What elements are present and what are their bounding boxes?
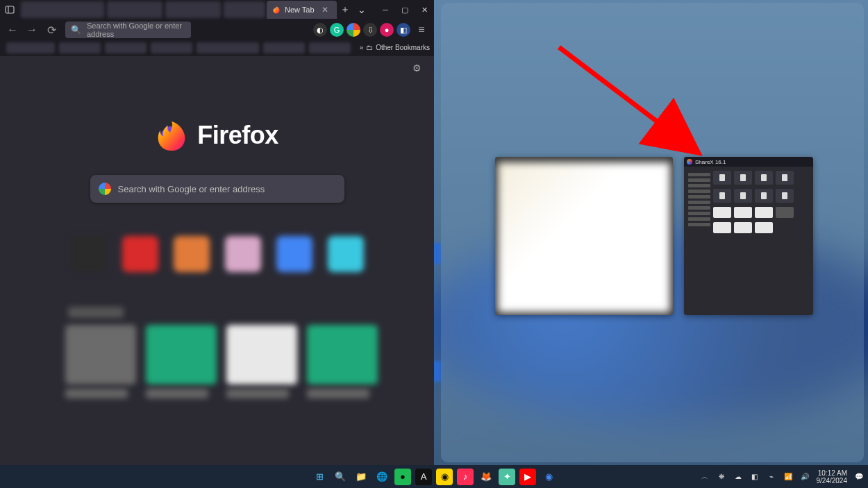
taskbar-music-icon[interactable]: ♪ (457, 469, 474, 485)
taskbar: ⊞🔍📁🌐●A◉♪🦊✦▶◉ ︿ ❋ ☁ ◧ ⌁ 📶 🔊 10:12 AM 9/24… (0, 465, 868, 488)
top-site-tile[interactable] (174, 236, 210, 272)
bookmark-item[interactable] (59, 42, 101, 53)
wallpaper-stripe (434, 243, 441, 264)
brand-text: Firefox (197, 121, 278, 150)
card-caption (226, 389, 289, 398)
taskbar-explorer-icon[interactable]: 📁 (353, 469, 369, 485)
background-tab[interactable] (224, 1, 265, 18)
sharex-icon (687, 159, 692, 165)
ext-grammarly[interactable]: G (330, 23, 344, 37)
taskbar-app-s-icon[interactable]: ✦ (499, 469, 515, 485)
taskbar-app-a-icon[interactable]: A (415, 469, 432, 485)
homepage-search-input[interactable]: Search with Google or enter address (90, 175, 344, 203)
sidebar-toggle-icon[interactable] (0, 0, 19, 19)
background-tab[interactable] (165, 1, 221, 18)
taskbar-youtube-icon[interactable]: ▶ (519, 469, 536, 485)
card-caption (146, 389, 208, 398)
svg-rect-0 (6, 6, 14, 13)
taskbar-app-y-icon[interactable]: ◉ (436, 469, 453, 485)
top-site-tile[interactable] (71, 236, 107, 272)
clock-time: 10:12 AM (817, 469, 848, 477)
homepage-search-placeholder: Search with Google or enter address (118, 184, 265, 194)
taskbar-edge-icon[interactable]: 🌐 (374, 469, 390, 485)
customize-gear-icon[interactable]: ⚙ (412, 62, 422, 74)
new-tab-button[interactable]: ＋ (337, 3, 353, 16)
system-tray: ︿ ❋ ☁ ◧ ⌁ 📶 🔊 10:12 AM 9/24/2024 💬 (700, 469, 865, 485)
recommended-card[interactable] (146, 325, 217, 385)
snap-thumbnail[interactable] (495, 157, 673, 315)
desktop-right-half: ShareX 16.1 (434, 0, 868, 465)
app-menu-button[interactable]: ≡ (413, 22, 430, 38)
bookmark-item[interactable] (309, 42, 351, 53)
tray-chevron-icon[interactable]: ︿ (700, 472, 710, 482)
recommended-card[interactable] (226, 325, 297, 385)
recommended-card[interactable] (307, 325, 378, 385)
card-caption (307, 389, 369, 398)
ext-pocket[interactable]: ⇩ (363, 23, 377, 37)
firefox-favicon-icon (272, 6, 281, 14)
ext-1[interactable]: ◐ (313, 23, 327, 37)
taskbar-clock[interactable]: 10:12 AM 9/24/2024 (817, 469, 848, 485)
tabstrip: New Tab ✕ ＋ ⌄ (19, 0, 376, 19)
recommended-cards (65, 325, 434, 398)
thumb-titlebar: ShareX 16.1 (684, 157, 813, 167)
wallpaper-stripe (434, 361, 441, 382)
address-bar[interactable]: 🔍 Search with Google or enter address (65, 22, 191, 38)
back-button[interactable]: ← (4, 22, 21, 38)
section-heading (68, 307, 124, 318)
bookmark-item[interactable] (263, 42, 305, 53)
other-bookmarks-button[interactable]: Other Bookmarks (376, 44, 430, 51)
ext-6[interactable]: ◧ (397, 23, 410, 37)
tab-close-icon[interactable]: ✕ (319, 5, 331, 15)
tray-wifi-icon[interactable]: 📶 (783, 472, 793, 482)
firefox-logo-icon (156, 119, 187, 151)
minimize-button[interactable]: ─ (376, 0, 395, 19)
maximize-button[interactable]: ▢ (395, 0, 415, 19)
top-site-tile[interactable] (276, 236, 312, 272)
top-site-tile[interactable] (328, 236, 364, 272)
bookmarks-overflow-icon[interactable]: » (360, 44, 364, 51)
reload-button[interactable]: ⟳ (43, 22, 60, 38)
taskbar-center: ⊞🔍📁🌐●A◉♪🦊✦▶◉ (311, 469, 557, 485)
tabs-dropdown-icon[interactable]: ⌄ (353, 4, 370, 15)
taskbar-spotify-icon[interactable]: ● (394, 469, 411, 485)
clock-date: 9/24/2024 (817, 477, 848, 485)
search-icon: 🔍 (71, 25, 81, 35)
top-sites-row (71, 236, 364, 272)
active-tab[interactable]: New Tab ✕ (267, 1, 337, 19)
card-caption (65, 389, 128, 398)
titlebar: New Tab ✕ ＋ ⌄ ─ ▢ ✕ (0, 0, 434, 19)
background-tab[interactable] (107, 1, 162, 18)
tray-onedrive-icon[interactable]: ☁ (733, 472, 743, 482)
tray-volume-icon[interactable]: 🔊 (800, 472, 810, 482)
taskbar-start-icon[interactable]: ⊞ (311, 469, 328, 485)
top-site-tile[interactable] (225, 236, 261, 272)
bookmarks-toolbar: » 🗀 Other Bookmarks (0, 40, 434, 56)
background-tab[interactable] (21, 1, 104, 18)
forward-button[interactable]: → (24, 22, 40, 38)
newtab-content: ⚙ Firefox Search with Google or enter ad… (0, 56, 434, 465)
tray-network-icon[interactable]: ⌁ (767, 472, 776, 482)
address-placeholder: Search with Google or enter address (87, 22, 185, 38)
tray-app-icon[interactable]: ◧ (750, 472, 760, 482)
bookmark-item[interactable] (197, 42, 259, 53)
ext-5[interactable]: ● (380, 23, 394, 37)
taskbar-firefox-icon[interactable]: 🦊 (478, 469, 494, 485)
taskbar-search-icon[interactable]: 🔍 (332, 469, 349, 485)
notifications-icon[interactable]: 💬 (854, 472, 864, 482)
google-icon (99, 183, 111, 195)
folder-icon: 🗀 (366, 44, 373, 51)
bookmark-item[interactable] (6, 42, 55, 53)
taskbar-chrome-icon[interactable]: ◉ (540, 469, 557, 485)
ext-google[interactable] (347, 23, 360, 37)
snap-thumbnail-sharex[interactable]: ShareX 16.1 (684, 157, 813, 315)
bookmark-item[interactable] (151, 42, 192, 53)
tray-settings-icon[interactable]: ❋ (717, 472, 726, 482)
close-button[interactable]: ✕ (415, 0, 434, 19)
window-controls: ─ ▢ ✕ (376, 0, 434, 19)
tab-title: New Tab (285, 6, 315, 14)
recommended-card[interactable] (65, 325, 136, 385)
bookmark-item[interactable] (105, 42, 147, 53)
top-site-tile[interactable] (122, 236, 158, 272)
firefox-window: New Tab ✕ ＋ ⌄ ─ ▢ ✕ ← → ⟳ 🔍 Search with … (0, 0, 434, 465)
